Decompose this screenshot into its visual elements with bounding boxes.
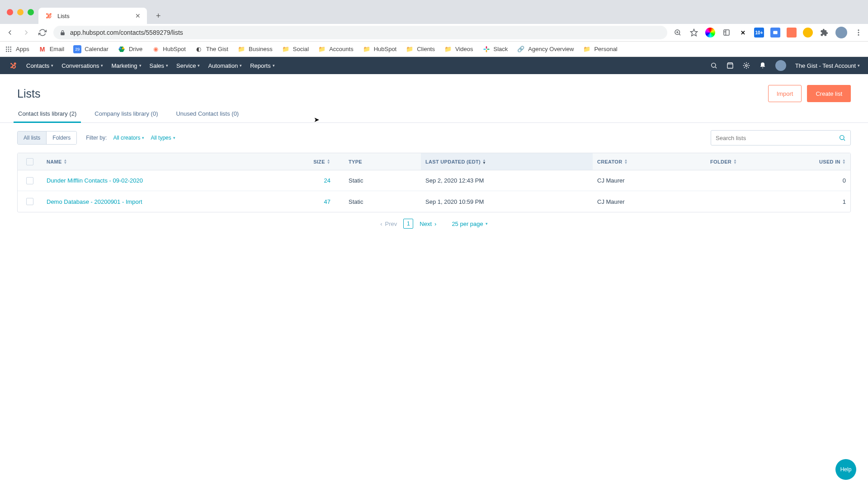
toolbar-icons-right: ✕ 10+ [673, 27, 863, 38]
bookmark-personal[interactable]: 📁 Personal [583, 45, 617, 53]
user-avatar[interactable] [775, 60, 786, 71]
all-lists-toggle[interactable]: All lists [18, 131, 46, 144]
nav-marketing[interactable]: Marketing▾ [111, 62, 141, 69]
forward-button[interactable] [21, 27, 32, 38]
ext-icon-5[interactable] [770, 28, 780, 38]
bookmark-label: Personal [594, 46, 617, 52]
folder-icon: 📁 [583, 45, 591, 53]
next-page[interactable]: Next › [420, 221, 436, 227]
bookmark-clients[interactable]: 📁 Clients [406, 45, 435, 53]
lock-icon [60, 30, 66, 36]
svg-point-20 [6, 51, 7, 52]
col-type[interactable]: TYPE [344, 159, 421, 164]
row-checkbox[interactable] [26, 198, 33, 205]
col-last-updated[interactable]: LAST UPDATED (EDT)▲▼ [421, 153, 593, 170]
search-input[interactable] [716, 135, 835, 141]
bookmark-drive[interactable]: Drive [118, 45, 142, 53]
bookmark-social[interactable]: 📁 Social [282, 45, 309, 53]
col-creator[interactable]: CREATOR▲▼ [593, 159, 706, 164]
calendar-icon: 29 [73, 45, 81, 53]
svg-point-17 [6, 48, 7, 50]
import-button[interactable]: Import [768, 85, 802, 102]
svg-rect-25 [486, 50, 487, 52]
view-toggle: All lists Folders [17, 131, 77, 145]
per-page-dropdown[interactable]: 25 per page ▾ [452, 221, 487, 227]
svg-point-22 [10, 51, 11, 52]
col-size[interactable]: SIZE▲▼ [276, 159, 344, 164]
nav-reports[interactable]: Reports▾ [250, 62, 275, 69]
list-size[interactable]: 24 [276, 177, 344, 184]
bookmark-label: HubSpot [374, 46, 397, 52]
browser-tab[interactable]: Lists ✕ [38, 8, 147, 24]
gist-icon: ◐ [195, 45, 203, 53]
nav-automation[interactable]: Automation▾ [208, 62, 242, 69]
col-folder[interactable]: FOLDER▲▼ [706, 159, 796, 164]
list-name-link[interactable]: Dunder Mifflin Contacts - 09-02-2020 [42, 177, 276, 184]
creators-filter[interactable]: All creators ▾ [113, 135, 144, 141]
nav-contacts[interactable]: Contacts▾ [26, 62, 53, 69]
bookmark-business[interactable]: 📁 Business [237, 45, 273, 53]
close-window[interactable] [7, 9, 13, 15]
back-button[interactable] [5, 27, 15, 38]
ext-icon-7[interactable] [803, 28, 813, 38]
bookmark-accounts[interactable]: 📁 Accounts [318, 45, 353, 53]
bookmark-hubspot-folder[interactable]: 📁 HubSpot [363, 45, 397, 53]
folders-toggle[interactable]: Folders [46, 131, 76, 144]
new-tab-button[interactable]: + [151, 8, 165, 24]
menu-icon[interactable] [854, 28, 863, 38]
bookmark-label: Accounts [329, 46, 353, 52]
search-lists-input[interactable] [711, 130, 851, 145]
nav-sales[interactable]: Sales▾ [150, 62, 169, 69]
page-number[interactable]: 1 [403, 219, 413, 229]
tab-company-lists[interactable]: Company lists library (0) [94, 106, 159, 122]
reload-button[interactable] [37, 27, 48, 38]
url-field[interactable]: app.hubspot.com/contacts/5589279/lists [53, 26, 667, 39]
col-used-in[interactable]: USED IN▲▼ [796, 159, 850, 164]
zoom-icon[interactable] [673, 28, 683, 38]
notifications-icon[interactable] [759, 62, 766, 69]
bookmark-slack[interactable]: Slack [482, 45, 508, 53]
list-size[interactable]: 47 [276, 198, 344, 205]
star-icon[interactable] [689, 28, 699, 38]
nav-service[interactable]: Service▾ [176, 62, 200, 69]
tab-close-icon[interactable]: ✕ [135, 12, 141, 19]
search-icon[interactable] [710, 62, 717, 69]
marketplace-icon[interactable] [726, 62, 734, 69]
ext-icon-6[interactable] [787, 28, 797, 38]
bookmark-email[interactable]: M Email [38, 45, 65, 53]
tab-unused-lists[interactable]: Unused Contact lists (0) [175, 106, 240, 122]
minimize-window[interactable] [17, 9, 24, 15]
svg-rect-23 [486, 46, 487, 48]
bookmark-agency[interactable]: 🔗 Agency Overview [517, 45, 574, 53]
folder-icon: 📁 [406, 45, 414, 53]
bookmark-calendar[interactable]: 29 Calendar [73, 45, 108, 53]
extensions-icon[interactable] [819, 28, 829, 38]
filter-by-label: Filter by: [86, 135, 107, 141]
create-list-button[interactable]: Create list [807, 85, 851, 102]
bookmark-videos[interactable]: 📁 Videos [444, 45, 473, 53]
select-all-checkbox[interactable] [26, 158, 33, 165]
ext-icon-2[interactable] [722, 28, 731, 38]
account-switcher[interactable]: The Gist - Test Account▾ [795, 62, 860, 69]
ext-icon-3[interactable]: ✕ [738, 28, 748, 38]
prev-page[interactable]: ‹ Prev [380, 221, 397, 227]
nav-conversations[interactable]: Conversations▾ [61, 62, 103, 69]
maximize-window[interactable] [28, 9, 34, 15]
row-checkbox[interactable] [26, 177, 33, 184]
tab-contact-lists[interactable]: Contact lists library (2) [17, 106, 77, 122]
bookmark-label: Email [50, 46, 65, 52]
profile-avatar[interactable] [835, 27, 847, 38]
apps-button[interactable]: Apps [5, 45, 29, 53]
ext-icon-1[interactable] [705, 28, 715, 38]
types-filter[interactable]: All types ▾ [151, 135, 175, 141]
search-icon[interactable] [839, 134, 846, 141]
help-button[interactable]: Help [835, 459, 856, 480]
list-name-link[interactable]: Demo Database - 20200901 - Import [42, 198, 276, 205]
bookmark-hubspot[interactable]: ◉ HubSpot [151, 45, 186, 53]
bookmark-label: Social [293, 46, 309, 52]
bookmark-gist[interactable]: ◐ The Gist [195, 45, 228, 53]
settings-icon[interactable] [743, 62, 750, 69]
hubspot-logo-icon[interactable] [8, 61, 18, 70]
col-name[interactable]: NAME▲▼ [42, 159, 276, 164]
ext-icon-4[interactable]: 10+ [754, 28, 764, 38]
